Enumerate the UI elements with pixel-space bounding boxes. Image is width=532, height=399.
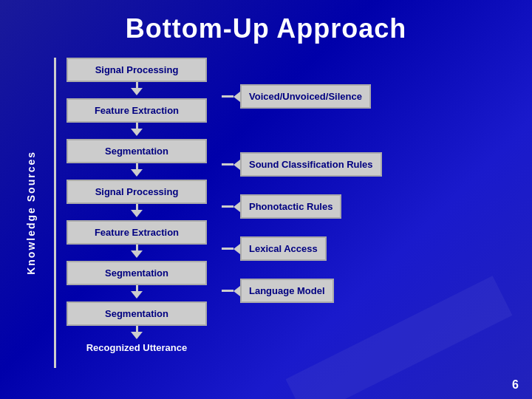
arrow-6 (131, 285, 143, 301)
arrow-3 (131, 163, 143, 180)
feature-extraction-box-bottom: Feature Extraction (66, 220, 207, 245)
recognized-utterance: Recognized Utterance (86, 342, 188, 353)
sound-classification-rule-box: Sound Classification Rules (240, 152, 382, 177)
segmentation-box-top: Segmentation (66, 139, 207, 163)
phonotactic-rule-box: Phonotactic Rules (240, 194, 341, 219)
slide-title: Bottom-Up Approach (18, 13, 514, 44)
arrow-5 (131, 245, 143, 261)
flow-column: Signal Processing Feature Extraction Seg… (59, 58, 214, 368)
lexical-access-rule-box: Lexical Access (240, 236, 327, 261)
sidebar-label-container: Knowledge Sources (18, 58, 44, 368)
arrow-4 (131, 204, 143, 220)
segmentation-box-bottom: Segmentation (66, 261, 207, 285)
knowledge-sources-label: Knowledge Sources (25, 151, 37, 275)
feature-extraction-box-top: Feature Extraction (66, 98, 207, 123)
voiced-rule-box: Voiced/Unvoiced/Silence (240, 84, 371, 109)
signal-processing-box-bottom: Signal Processing (66, 180, 207, 204)
language-model-rule-box: Language Model (240, 279, 334, 303)
arrow-7 (131, 326, 143, 342)
page-number: 6 (512, 378, 519, 392)
arrow-1 (131, 82, 143, 98)
rules-column: Voiced/Unvoiced/Silence Sound Classifica… (222, 58, 514, 368)
signal-processing-box-top: Signal Processing (66, 58, 207, 82)
arrow-2 (131, 123, 143, 139)
segmentation-box-3: Segmentation (66, 301, 207, 326)
